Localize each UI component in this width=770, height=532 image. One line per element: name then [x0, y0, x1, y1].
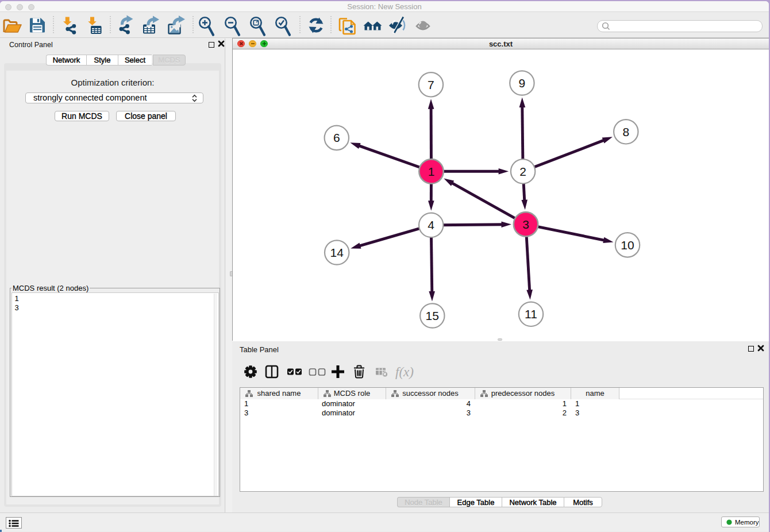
svg-text:7: 7: [428, 78, 434, 91]
svg-text:14: 14: [330, 245, 344, 259]
svg-text:3: 3: [522, 217, 529, 230]
svg-text:6: 6: [333, 131, 340, 144]
svg-text:8: 8: [622, 125, 629, 138]
svg-text:2: 2: [519, 164, 526, 178]
svg-text:11: 11: [525, 307, 537, 321]
svg-text:1: 1: [428, 164, 435, 178]
svg-text:10: 10: [621, 238, 634, 251]
svg-text:9: 9: [519, 76, 526, 89]
svg-text:4: 4: [428, 218, 434, 232]
svg-text:15: 15: [426, 309, 439, 322]
svg-text:f(x): f(x): [395, 365, 414, 379]
